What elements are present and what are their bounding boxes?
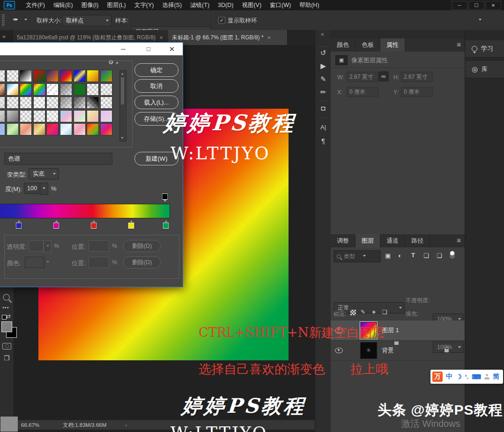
gradient-swatch[interactable] <box>33 110 45 122</box>
load-button[interactable]: 载入(L)... <box>134 96 178 109</box>
panel-tab[interactable]: 图层 <box>356 234 380 247</box>
dock-grip[interactable] <box>319 117 327 119</box>
lock-artboard-icon[interactable]: ❏ <box>382 309 387 315</box>
filter-adjustment-layers-icon[interactable]: ◐ <box>398 252 402 259</box>
background-layer-thumbnail[interactable]: ✳ <box>360 342 377 359</box>
brush-settings-panel-icon[interactable]: ✎ <box>315 75 331 83</box>
gradient-preview-bar[interactable] <box>0 204 170 218</box>
character-panel-icon[interactable]: A| <box>315 124 331 131</box>
opacity-stop[interactable] <box>162 194 168 204</box>
workspace-caret-icon[interactable] <box>479 19 482 22</box>
menu-item[interactable]: 文件(F) <box>22 0 49 10</box>
scrollbar-thumb[interactable] <box>121 77 124 104</box>
color-stop[interactable] <box>128 218 134 229</box>
gradient-swatch[interactable] <box>87 110 99 122</box>
tool-preset-caret-icon[interactable] <box>24 19 27 22</box>
gradient-swatch[interactable] <box>20 123 32 135</box>
gradient-swatch[interactable] <box>46 110 59 122</box>
dialog-title-bar[interactable]: ─ □ ✕ <box>0 43 183 55</box>
lock-pixels-icon[interactable]: ✎ <box>361 309 365 315</box>
minimize-button[interactable]: ─ <box>452 1 467 10</box>
ime-profile-icon[interactable] <box>484 374 489 380</box>
document-tab-active[interactable]: 未标题-1 @ 66.7% (图层 1, RGB/8) * ✕ <box>168 30 288 45</box>
menu-item[interactable]: 图层(L) <box>103 0 130 10</box>
gradient-swatch[interactable] <box>33 123 45 135</box>
gradient-swatch[interactable] <box>20 83 32 96</box>
maximize-button[interactable]: ☐ <box>468 1 484 10</box>
edit-toolbar-icon[interactable]: ••• <box>2 305 9 310</box>
color-stop[interactable] <box>91 218 97 229</box>
menu-item[interactable]: 图像(I) <box>77 0 103 10</box>
gradient-swatch[interactable] <box>74 83 86 96</box>
filter-pixel-layers-icon[interactable]: ▣ <box>385 252 391 259</box>
ime-chinese-mode-icon[interactable]: 中 <box>446 372 452 381</box>
layer-visibility-icon[interactable] <box>335 348 343 353</box>
history-panel-icon[interactable]: ↺ <box>315 49 331 57</box>
gradient-swatch[interactable] <box>60 123 72 135</box>
gradient-swatch[interactable] <box>20 97 32 109</box>
gradient-name-field[interactable]: 色谱 <box>4 153 112 165</box>
panel-tab[interactable]: 通道 <box>380 234 405 247</box>
layers-menu-icon[interactable]: ≡ <box>457 236 461 244</box>
actions-panel-icon[interactable]: ▶ <box>315 62 331 70</box>
gradient-swatch[interactable] <box>100 97 112 109</box>
menu-item[interactable]: 选择(S) <box>158 0 186 10</box>
gradient-swatch[interactable] <box>46 123 59 135</box>
panel-tab[interactable]: 调整 <box>331 234 356 247</box>
lock-position-icon[interactable]: + <box>372 308 376 316</box>
smoothness-caret[interactable] <box>40 183 48 195</box>
zoom-level[interactable]: 66.67% <box>21 422 39 428</box>
lock-transparency-icon[interactable] <box>350 310 356 315</box>
filter-shape-layers-icon[interactable]: ❏ <box>423 252 429 259</box>
collapse-panels-icon[interactable]: « <box>321 31 324 37</box>
ok-button[interactable]: 确定 <box>134 63 178 77</box>
gradient-swatch[interactable] <box>100 110 112 122</box>
ime-brand-icon[interactable]: 万 <box>432 372 443 382</box>
brushes-panel-icon[interactable]: ✏ <box>315 88 331 97</box>
filter-type-layers-icon[interactable]: T <box>411 252 415 259</box>
gradient-swatch[interactable] <box>0 83 5 96</box>
cancel-button[interactable]: 取消 <box>134 79 178 93</box>
menu-item[interactable]: 帮助(H) <box>295 0 323 10</box>
panel-tab[interactable]: 颜色 <box>331 38 356 52</box>
gradient-swatch[interactable] <box>87 97 99 109</box>
link-dimensions-icon[interactable]: ∞ <box>378 71 389 82</box>
paragraph-panel-icon[interactable]: ¶ <box>315 137 331 145</box>
gradient-swatch[interactable] <box>87 70 99 82</box>
gradient-swatch[interactable] <box>0 123 5 135</box>
gradient-swatch[interactable] <box>20 110 32 122</box>
layer-filter-search[interactable]: 类型 <box>334 250 381 262</box>
quick-mask-icon[interactable] <box>2 343 11 350</box>
filter-smart-objects-icon[interactable]: ❏ <box>437 252 442 259</box>
menu-item[interactable]: 3D(D) <box>214 0 237 10</box>
ime-simplified-icon[interactable]: 简 <box>493 372 499 381</box>
gradient-swatch[interactable] <box>46 70 59 82</box>
menu-item[interactable]: 编辑(E) <box>49 0 77 10</box>
sample-size-dropdown[interactable]: 取样点 <box>62 15 111 26</box>
menu-item[interactable]: 视图(V) <box>237 0 266 10</box>
scroll-down-icon[interactable] <box>121 137 124 140</box>
gradient-swatch[interactable] <box>33 97 45 109</box>
gradient-swatch[interactable] <box>46 83 59 96</box>
gradient-swatch[interactable] <box>33 83 45 96</box>
menu-item[interactable]: 滤镜(T) <box>186 0 214 10</box>
ime-punctuation-icon[interactable]: °, <box>465 374 468 380</box>
gradient-swatch[interactable] <box>7 123 19 135</box>
gradient-swatch[interactable] <box>87 83 99 96</box>
gradient-swatch[interactable] <box>60 70 72 82</box>
gradient-swatch[interactable] <box>60 97 72 109</box>
tab-overflow-icon[interactable]: » <box>2 33 6 40</box>
color-stop[interactable] <box>53 218 59 229</box>
options-grip[interactable] <box>2 14 5 26</box>
menu-item[interactable]: 窗口(W) <box>266 0 295 10</box>
foreground-color-swatch[interactable] <box>1 321 12 332</box>
gradient-swatch[interactable] <box>74 70 86 82</box>
ime-toolbar[interactable]: 万 中 ☽ °, ⌨ 简 <box>430 370 503 384</box>
gradient-swatch[interactable] <box>60 110 72 122</box>
gradient-swatch[interactable] <box>87 123 99 135</box>
gradient-swatch[interactable] <box>7 83 19 96</box>
dialog-close-icon[interactable]: ✕ <box>162 43 182 55</box>
gradient-swatch[interactable] <box>100 70 112 82</box>
panel-tab[interactable]: 路径 <box>405 234 430 247</box>
libraries-panel-button[interactable]: ◎ 库 <box>465 61 504 78</box>
